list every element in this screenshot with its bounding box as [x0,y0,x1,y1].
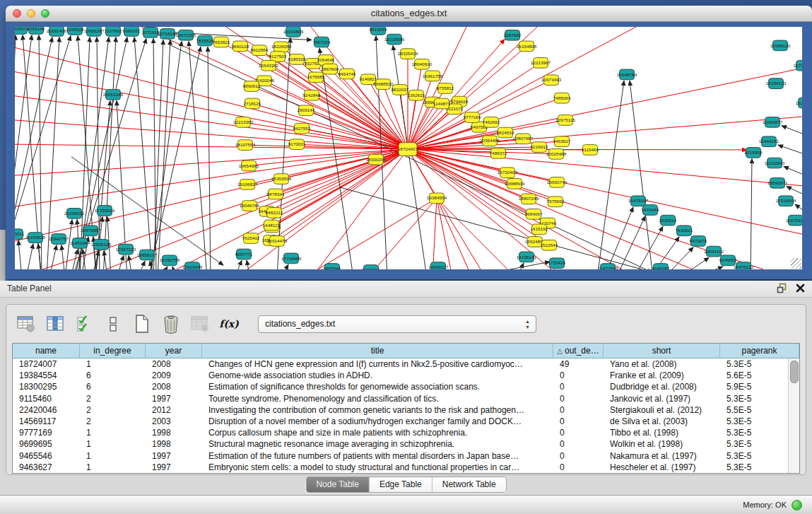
graph-node[interactable]: 7857224 [313,37,331,47]
graph-node[interactable]: 10973493 [541,75,562,86]
graph-node[interactable]: 11675335 [786,215,802,226]
graph-node[interactable]: 6966161 [123,27,141,36]
graph-node[interactable]: 10807487 [513,134,534,144]
checkbox-list-button[interactable] [103,313,123,334]
graph-node[interactable]: 16548784 [617,69,637,80]
graph-node[interactable]: 19858107 [137,250,158,260]
graph-node[interactable]: 2867608 [322,64,339,74]
graph-node[interactable]: 9170031 [288,139,306,150]
window-resize-grip[interactable] [791,258,801,269]
graph-node[interactable]: 12472599 [598,264,618,269]
memory-status-indicator[interactable] [792,500,802,510]
graph-node[interactable]: 12975115 [555,115,575,126]
graph-node[interactable]: 1733426 [548,258,566,269]
graph-node[interactable]: 12093877 [763,117,783,128]
graph-node[interactable]: 12444151 [759,136,779,147]
graph-node[interactable]: 1527602 [105,27,122,36]
network-graph[interactable]: 1405574206914020691406106552810655287152… [15,27,802,269]
graph-node[interactable]: 18325419 [398,49,418,59]
graph-node[interactable]: 19975887 [81,226,101,236]
graph-node[interactable]: 15353594 [271,174,292,185]
table-row[interactable]: 1456911722003Disruption of a novel membe… [13,416,799,427]
table-row[interactable]: 911546021997Tourette syndrome. Phenomeno… [13,393,799,404]
select-functions-button[interactable] [74,313,94,334]
graph-node[interactable]: 16961758 [423,71,443,81]
graph-node[interactable]: 15692971 [767,178,788,189]
graph-node[interactable]: 7663822 [213,37,230,47]
graph-node[interactable]: 19671355 [176,30,196,40]
graph-node[interactable]: 8550011 [15,229,25,240]
graph-node[interactable]: 12213383 [233,117,254,128]
graph-node[interactable]: 9465546 [324,264,341,269]
graph-node[interactable]: 8215958 [745,148,763,158]
table-row[interactable]: 946362711997Embryonic stem cells: a mode… [13,462,799,473]
graph-node[interactable]: 16210643 [765,158,785,168]
graph-node[interactable]: 17957223 [116,244,136,255]
graph-node[interactable]: 7632621 [676,226,693,236]
minimize-window-button[interactable] [27,9,35,18]
graph-node[interactable]: 10688609 [505,178,525,189]
graph-node[interactable]: 9657771 [235,249,253,259]
show-column-button[interactable] [45,313,65,334]
graph-node[interactable]: 9777169 [464,112,481,123]
graph-node[interactable]: 9245087 [652,264,670,269]
graph-node[interactable]: 8471670 [690,236,707,247]
new-document-button[interactable] [132,313,152,334]
graph-node[interactable]: 8454749 [339,69,356,79]
table-row[interactable]: 2242004622012Investigating the contribut… [13,404,799,416]
graph-node[interactable]: 9474444 [642,205,659,216]
graph-node[interactable]: 19166827 [237,179,258,189]
table-row[interactable]: 969969511998Structural magnetic resonanc… [13,438,799,450]
graph-node[interactable]: 13254190 [796,98,802,108]
graph-node[interactable]: 9890612 [243,81,261,92]
graph-node[interactable]: 15718485 [281,253,302,264]
table-row[interactable]: 1830029562008Estimation of significance … [13,381,799,392]
column-header[interactable]: △out_de… [553,344,604,358]
table-selector-dropdown[interactable]: citations_edges.txt ▲▼ [258,315,536,333]
graph-node[interactable]: 11156829 [25,233,45,243]
graph-node[interactable]: 18107554 [235,140,256,151]
tab-network-table[interactable]: Network Table [432,477,506,492]
graph-node[interactable]: 11451944 [70,238,90,249]
function-builder-button[interactable]: f(x) [219,313,239,334]
window-titlebar[interactable]: citations_edges.txt [6,6,812,22]
close-panel-icon[interactable] [796,284,805,293]
graph-node[interactable]: 1065528 [66,27,84,35]
close-window-button[interactable] [13,9,21,18]
graph-node[interactable]: 7815520 [196,35,214,46]
graph-node[interactable]: 1615192 [531,224,548,235]
graph-node[interactable]: 10654112 [704,246,724,257]
graph-node[interactable]: 16914479 [267,236,288,247]
graph-node[interactable]: 17016504 [776,196,796,206]
graph-node[interactable]: 9242848 [303,90,321,100]
graph-node[interactable]: 1675685 [307,72,325,83]
graph-node[interactable]: 9115460 [582,145,599,156]
graph-node[interactable]: 9660128 [232,41,249,52]
column-header[interactable]: year [146,344,202,358]
graph-node[interactable]: 7975692 [547,197,565,207]
graph-node[interactable]: 7485063 [553,93,571,103]
graph-node[interactable]: 9699695 [363,265,380,269]
graph-node[interactable]: 20053346 [103,89,124,100]
graph-node[interactable]: 15688520 [373,79,394,90]
graph-node[interactable]: 8878344 [267,189,285,199]
graph-node[interactable]: 9755812 [437,83,454,94]
table-settings-button[interactable] [16,313,36,334]
graph-node[interactable]: 2087682 [504,30,522,40]
graph-node[interactable]: 8427552 [293,123,311,134]
graph-node[interactable]: 18807249 [519,194,539,204]
graph-node[interactable]: 18226058 [271,42,292,52]
graph-node[interactable]: 7486372 [490,148,507,159]
graph-node[interactable]: 6216012 [531,142,548,153]
graph-node[interactable]: 8822037 [392,85,409,95]
graph-node[interactable]: 12942757 [49,234,69,245]
graph-node[interactable]: 8482212 [266,208,283,218]
graph-node[interactable]: 18300295 [366,154,387,165]
graph-node[interactable]: 12213967 [531,57,551,68]
graph-node[interactable]: 16033809 [283,27,304,37]
graph-node[interactable]: 14569117 [428,262,448,269]
graph-node[interactable]: 18724007 [398,143,418,156]
table-row[interactable]: 977716911998Corpus callosum shape and si… [13,427,799,438]
table-row[interactable]: 946554611997Estimation of the future num… [13,450,799,462]
column-header[interactable]: name [13,344,80,358]
